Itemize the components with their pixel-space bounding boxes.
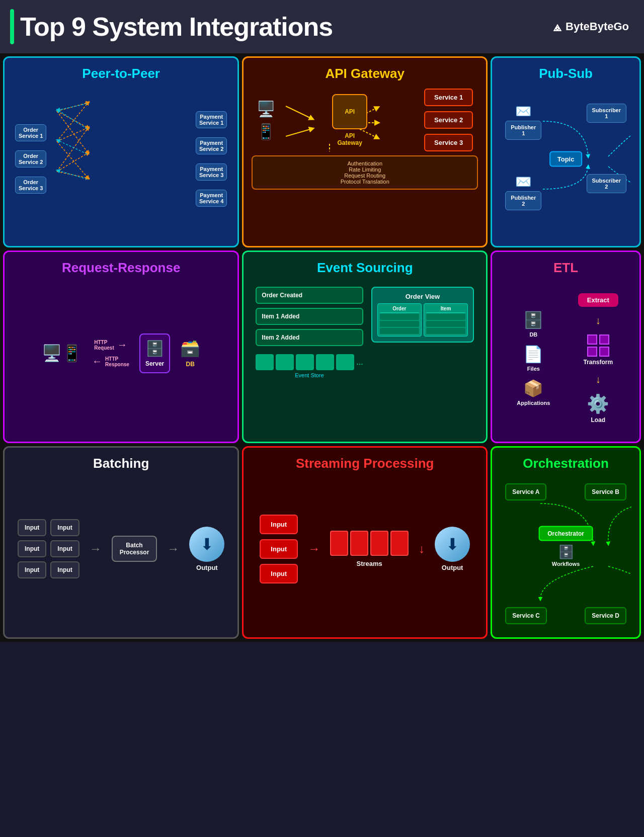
store-block-1 <box>256 354 274 370</box>
streams-label: Streams <box>356 560 382 567</box>
svg-line-12 <box>58 171 87 179</box>
order-row-1 <box>380 314 419 320</box>
page-header: Top 9 System Integrations ⟁ ByteByteGo <box>0 0 644 53</box>
right-arrow-icon: → <box>117 339 127 351</box>
batch-processor: BatchProcessor <box>112 536 157 562</box>
card-api-gateway: API Gateway 🖥️ 📱 <box>242 56 488 247</box>
svg-line-11 <box>58 140 87 154</box>
stream-arrow-icon: → <box>308 542 320 556</box>
item-col-item: Item <box>424 303 468 337</box>
es-events: Order Created Item 1 Added Item 2 Added … <box>256 287 363 430</box>
rr-client: 🖥️📱 <box>42 344 82 363</box>
store-dots: ... <box>356 358 363 367</box>
transform-cell-4 <box>599 347 609 357</box>
svg-line-9 <box>58 104 87 110</box>
subscriber-2-label: Subscriber2 <box>587 174 626 193</box>
etl-extract-step: Extract <box>578 293 618 307</box>
batch-input-1: Input <box>18 519 46 536</box>
p2p-title: Peer-to-Peer <box>13 66 229 81</box>
stream-content: Input Input Input → Streams ↓ ⬇ Output <box>252 478 478 619</box>
orchestrator-center: Orchestrator 🗄️ Workflows <box>538 526 593 567</box>
download-icon: ⬇ <box>200 535 214 554</box>
pubsub-title: Pub-Sub <box>500 66 631 81</box>
order-row-2 <box>380 321 419 327</box>
batch-title: Batching <box>13 456 229 471</box>
batch-input-3: Input <box>18 540 46 557</box>
transform-cell-2 <box>599 334 609 345</box>
etl-steps: Extract ↓ Transform ↓ ⚙️ Load <box>570 288 626 429</box>
cards-grid: Peer-to-Peer <box>0 53 644 642</box>
rr-arrows: HTTPRequest → ← HTTPResponse <box>92 339 129 367</box>
server-label: Server <box>145 360 164 367</box>
svg-line-7 <box>57 153 88 172</box>
card-orchestration: Orchestration Service A <box>491 446 641 639</box>
service-a: Service A <box>505 483 546 500</box>
order-view-box: Order View Order Item <box>371 287 474 343</box>
order-row-3 <box>380 328 419 334</box>
svg-line-0 <box>57 103 88 111</box>
db-label: DB <box>186 361 195 368</box>
workflows: 🗄️ Workflows <box>552 544 580 567</box>
orch-content: Service A Service B Orchestrator 🗄️ Work… <box>500 478 631 629</box>
stream-center: Streams <box>330 531 409 567</box>
etl-apps: 📦 Applications <box>517 379 550 406</box>
stream-block-4 <box>390 531 409 556</box>
item-row-1 <box>426 314 465 320</box>
transform-label: Transform <box>583 359 613 366</box>
service-b: Service B <box>585 483 626 500</box>
rr-title: Request-Response <box>13 260 229 276</box>
stream-title: Streaming Processing <box>252 456 478 471</box>
service-b-box: Service B <box>585 483 626 500</box>
order-view-table: Order Item <box>377 303 468 337</box>
down-arrow-transform: ↓ <box>596 315 601 326</box>
api-gateway-box: API APIGateway <box>332 94 367 146</box>
svg-line-5 <box>57 141 88 178</box>
es-order-view: Order View Order Item <box>371 287 474 430</box>
batch-arrow-icon: → <box>90 542 102 556</box>
page-title: Top 9 System Integrations <box>20 12 333 42</box>
card-event-sourcing: Event Sourcing Order Created Item 1 Adde… <box>242 250 488 443</box>
event-item2-added: Item 2 Added <box>256 329 363 346</box>
batch-input-grid: Input Input Input Input Input Input <box>18 519 79 578</box>
subscriber-2: Subscriber2 <box>587 174 626 193</box>
order-service-2: OrderService 2 <box>15 150 46 168</box>
service-c-box: Service C <box>505 607 547 624</box>
stream-block-2 <box>350 531 368 556</box>
topic-label: Topic <box>549 151 583 167</box>
stream-blocks <box>330 531 409 556</box>
card-etl: ETL 🗄️ DB 📄 Files 📦 Applications Extra <box>491 250 641 443</box>
header-accent-bar <box>10 9 14 44</box>
etl-files-label: Files <box>527 366 540 372</box>
batch-content: Input Input Input Input Input Input → Ba… <box>13 478 229 619</box>
extract-box: Extract <box>578 293 618 307</box>
desktop-icon: 🖥️ <box>257 100 275 118</box>
mobile-icon: 📱 <box>257 123 275 140</box>
store-block-3 <box>296 354 314 370</box>
batch-output-arrow: → <box>167 542 179 556</box>
api-service-1: Service 1 <box>424 89 473 106</box>
stream-input-list: Input Input Input <box>260 515 298 583</box>
envelope-icon-1: ✉️ <box>515 104 531 119</box>
stream-output-arrow: ↓ <box>419 542 425 556</box>
server-box: 🗄️ Server <box>139 333 170 373</box>
etl-transform-step: Transform <box>583 334 613 366</box>
brand-icon: ⟁ <box>553 19 561 35</box>
api-features: AuthenticationRate LimitingRequest Routi… <box>252 155 478 190</box>
order-service-1: OrderService 1 <box>15 124 46 141</box>
http-request-label: HTTPRequest <box>94 340 114 351</box>
stream-block-3 <box>370 531 388 556</box>
stream-output: ⬇ Output <box>435 527 470 571</box>
api-service-3: Service 3 <box>424 134 473 151</box>
p2p-orders: OrderService 1 OrderService 2 OrderServi… <box>15 124 46 194</box>
service-d-box: Service D <box>585 607 626 624</box>
stream-output-label: Output <box>442 564 463 571</box>
api-gateway-icon: API <box>332 94 367 129</box>
stream-input-2: Input <box>260 539 298 559</box>
item-col-header: Item <box>426 306 465 313</box>
etl-sources: 🗄️ DB 📄 Files 📦 Applications <box>505 288 561 429</box>
stream-block-1 <box>330 531 348 556</box>
card-pub-sub: Pub-Sub ✉️ Publisher1 <box>491 56 641 247</box>
item-rows <box>426 314 465 334</box>
rr-content: 🖥️📱 HTTPRequest → ← HTTPResponse 🗄️ Serv… <box>13 283 229 424</box>
order-view-title: Order View <box>377 293 468 300</box>
